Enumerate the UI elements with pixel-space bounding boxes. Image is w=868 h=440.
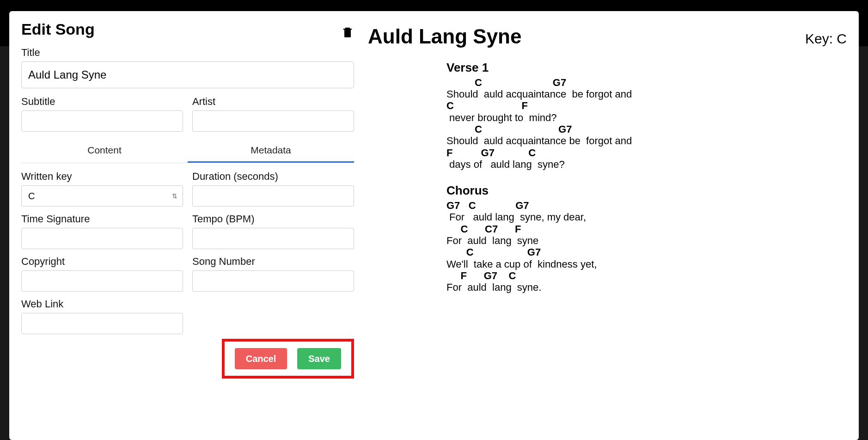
- chord-line: C G7: [446, 246, 847, 258]
- tempo-label: Tempo (BPM): [192, 213, 354, 225]
- lyric-line: Should auld acquaintance be forgot and: [446, 135, 847, 147]
- chord-line: C G7: [446, 123, 847, 135]
- lyric-line: never brought to mind?: [446, 112, 847, 123]
- title-label: Title: [21, 47, 354, 59]
- chord-line: C G7: [446, 77, 847, 88]
- preview-song-title: Auld Lang Syne: [368, 25, 521, 48]
- web-link-label: Web Link: [21, 298, 183, 310]
- section-heading: Verse 1: [446, 61, 847, 75]
- tabs: Content Metadata: [21, 140, 354, 163]
- metadata-grid: Written key ⇅ Duration (seconds) Time Si…: [21, 171, 354, 334]
- chord-line: C C7 F: [446, 223, 847, 235]
- tab-metadata[interactable]: Metadata: [188, 140, 354, 163]
- chord-line: F G7 C: [446, 270, 847, 281]
- web-link-input[interactable]: [21, 313, 183, 334]
- preview-key: Key: C: [805, 31, 847, 47]
- lyric-line: For auld lang syne.: [446, 281, 847, 293]
- subtitle-input[interactable]: [21, 110, 183, 132]
- artist-label: Artist: [192, 96, 354, 108]
- written-key-select[interactable]: [21, 185, 183, 207]
- song-number-label: Song Number: [192, 256, 354, 268]
- dialog-title: Edit Song: [21, 20, 354, 38]
- lyric-line: For auld lang syne: [446, 235, 847, 246]
- subtitle-label: Subtitle: [21, 96, 183, 108]
- tab-content[interactable]: Content: [21, 140, 188, 163]
- chord-line: C F: [446, 100, 847, 111]
- chord-line: F G7 C: [446, 147, 847, 159]
- copyright-label: Copyright: [21, 256, 183, 268]
- copyright-input[interactable]: [21, 270, 183, 292]
- preview-body: Verse 1 C G7Should auld acquaintance be …: [446, 61, 847, 293]
- tempo-input[interactable]: [192, 228, 354, 249]
- song-number-input[interactable]: [192, 270, 354, 292]
- artist-input[interactable]: [192, 110, 354, 132]
- actions-highlight-box: Cancel Save: [222, 339, 354, 379]
- lyric-line: We'll take a cup of kindness yet,: [446, 258, 847, 270]
- save-button[interactable]: Save: [297, 348, 341, 369]
- duration-input[interactable]: [192, 185, 354, 207]
- form-pane: Edit Song Title Subtitle Artist Content …: [21, 20, 354, 431]
- time-sig-input[interactable]: [21, 228, 183, 249]
- preview-pane: Auld Lang Syne Key: C Verse 1 C G7Should…: [368, 20, 847, 431]
- written-key-label: Written key: [21, 171, 183, 183]
- edit-song-modal: Edit Song Title Subtitle Artist Content …: [9, 11, 859, 440]
- delete-button[interactable]: [341, 24, 354, 40]
- lyric-line: Should auld acquaintance be forgot and: [446, 88, 847, 100]
- lyric-line: For auld lang syne, my dear,: [446, 211, 847, 223]
- time-sig-label: Time Signature: [21, 213, 183, 225]
- cancel-button[interactable]: Cancel: [235, 348, 287, 369]
- trash-icon: [341, 24, 354, 40]
- lyric-line: days of auld lang syne?: [446, 159, 847, 170]
- chord-line: G7 C G7: [446, 200, 847, 211]
- section-heading: Chorus: [446, 184, 847, 198]
- title-input[interactable]: [21, 61, 354, 88]
- duration-label: Duration (seconds): [192, 171, 354, 183]
